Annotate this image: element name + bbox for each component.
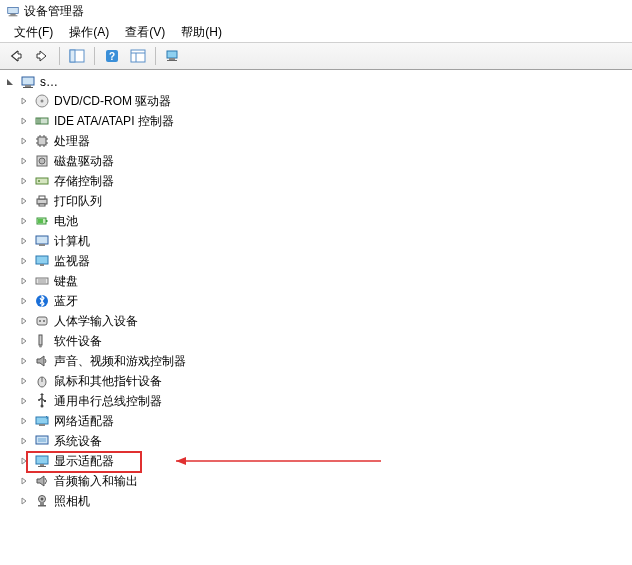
svg-point-55 (41, 405, 44, 408)
svg-rect-41 (39, 244, 45, 246)
tree-item[interactable]: 音频输入和输出 (14, 471, 632, 491)
tree-item-label: 照相机 (54, 493, 90, 510)
expand-toggle[interactable] (18, 95, 30, 107)
expand-toggle[interactable] (18, 435, 30, 447)
svg-rect-1 (10, 14, 15, 16)
audioio-icon (34, 473, 50, 489)
sound-icon (34, 353, 50, 369)
toolbar-properties-button[interactable] (126, 45, 150, 67)
menu-help[interactable]: 帮助(H) (173, 22, 230, 43)
titlebar: 设备管理器 (0, 0, 632, 22)
tree-item[interactable]: 显示适配器 (14, 451, 632, 471)
svg-point-33 (38, 180, 40, 182)
svg-rect-7 (131, 50, 145, 62)
tree-item[interactable]: 存储控制器 (14, 171, 632, 191)
tree-item[interactable]: 磁盘驱动器 (14, 151, 632, 171)
tree-item[interactable]: 蓝牙 (14, 291, 632, 311)
svg-point-31 (39, 158, 45, 164)
expand-toggle[interactable] (18, 295, 30, 307)
expand-toggle[interactable] (18, 135, 30, 147)
svg-rect-57 (44, 400, 46, 402)
toolbar-forward-button[interactable] (30, 45, 54, 67)
disc-icon (34, 93, 50, 109)
tree-item[interactable]: 网络适配器 (14, 411, 632, 431)
display-icon (34, 453, 50, 469)
expand-toggle[interactable] (18, 155, 30, 167)
svg-rect-32 (36, 178, 48, 184)
svg-rect-63 (40, 464, 44, 466)
tree-item[interactable]: 键盘 (14, 271, 632, 291)
tree-root-label: s… (40, 75, 58, 89)
tree-item-label: 鼠标和其他指针设备 (54, 373, 162, 390)
tree-item[interactable]: 声音、视频和游戏控制器 (14, 351, 632, 371)
expand-toggle[interactable] (4, 76, 16, 88)
svg-rect-2 (9, 15, 18, 16)
tree-item-label: 人体学输入设备 (54, 313, 138, 330)
cpu-icon (34, 133, 50, 149)
expand-toggle[interactable] (18, 375, 30, 387)
svg-point-52 (39, 345, 42, 348)
expand-toggle[interactable] (18, 395, 30, 407)
toolbar-help-button[interactable]: ? (100, 45, 124, 67)
expand-toggle[interactable] (18, 455, 30, 467)
hid-icon (34, 313, 50, 329)
expand-toggle[interactable] (18, 215, 30, 227)
tree-item[interactable]: 软件设备 (14, 331, 632, 351)
svg-rect-36 (39, 204, 45, 206)
tree-item-label: 系统设备 (54, 433, 102, 450)
tree-item-label: 通用串行总线控制器 (54, 393, 162, 410)
svg-rect-43 (40, 264, 44, 266)
tree-item-label: 声音、视频和游戏控制器 (54, 353, 186, 370)
toolbar-show-hide-button[interactable] (65, 45, 89, 67)
tree-item-label: 显示适配器 (54, 453, 114, 470)
tree-item[interactable]: 通用串行总线控制器 (14, 391, 632, 411)
tree-item[interactable]: 照相机 (14, 491, 632, 511)
toolbar-scan-button[interactable] (161, 45, 185, 67)
svg-rect-51 (39, 335, 42, 345)
expand-toggle[interactable] (18, 495, 30, 507)
expand-toggle[interactable] (18, 275, 30, 287)
tree-item[interactable]: IDE ATA/ATAPI 控制器 (14, 111, 632, 131)
printer-icon (34, 193, 50, 209)
tree-item[interactable]: 处理器 (14, 131, 632, 151)
toolbar-back-button[interactable] (4, 45, 28, 67)
tree-item[interactable]: 鼠标和其他指针设备 (14, 371, 632, 391)
expand-toggle[interactable] (18, 195, 30, 207)
expand-toggle[interactable] (18, 175, 30, 187)
expand-toggle[interactable] (18, 235, 30, 247)
svg-rect-62 (36, 456, 48, 464)
expand-toggle[interactable] (18, 355, 30, 367)
tree-item[interactable]: DVD/CD-ROM 驱动器 (14, 91, 632, 111)
svg-rect-67 (40, 502, 44, 505)
svg-point-50 (43, 320, 45, 322)
toolbar-separator (94, 47, 95, 65)
tree-item[interactable]: 计算机 (14, 231, 632, 251)
tree-item-label: 监视器 (54, 253, 90, 270)
svg-rect-4 (70, 50, 75, 62)
svg-rect-38 (46, 220, 48, 222)
tree-item[interactable]: 人体学输入设备 (14, 311, 632, 331)
tree-pane: s… DVD/CD-ROM 驱动器IDE ATA/ATAPI 控制器处理器磁盘驱… (0, 70, 632, 565)
menu-action[interactable]: 操作(A) (61, 22, 117, 43)
expand-toggle[interactable] (18, 335, 30, 347)
svg-text:?: ? (109, 51, 115, 62)
tree-item[interactable]: 电池 (14, 211, 632, 231)
menu-file[interactable]: 文件(F) (6, 22, 61, 43)
svg-rect-21 (38, 137, 46, 145)
expand-toggle[interactable] (18, 475, 30, 487)
expand-toggle[interactable] (18, 255, 30, 267)
svg-rect-12 (167, 60, 177, 61)
expand-toggle[interactable] (18, 115, 30, 127)
expand-toggle[interactable] (18, 315, 30, 327)
tree-item-label: DVD/CD-ROM 驱动器 (54, 93, 171, 110)
system-icon (34, 433, 50, 449)
tree-item[interactable]: 监视器 (14, 251, 632, 271)
toolbar-separator (155, 47, 156, 65)
tree-root[interactable]: s… (0, 73, 632, 91)
svg-rect-40 (36, 236, 48, 244)
ide-icon (34, 113, 50, 129)
tree-item[interactable]: 打印队列 (14, 191, 632, 211)
menu-view[interactable]: 查看(V) (117, 22, 173, 43)
tree-item[interactable]: 系统设备 (14, 431, 632, 451)
expand-toggle[interactable] (18, 415, 30, 427)
